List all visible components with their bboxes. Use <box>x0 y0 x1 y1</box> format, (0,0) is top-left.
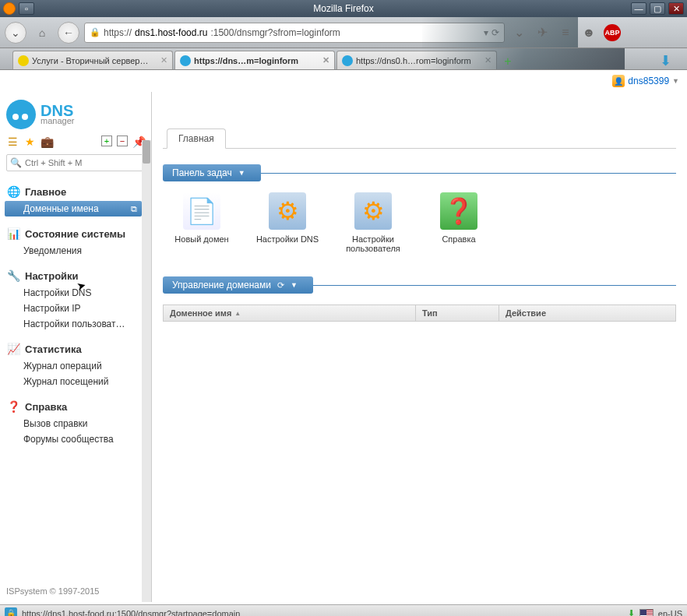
new-tab-button[interactable]: + <box>499 54 517 69</box>
sidebar-footer: ISPsystem © 1997-2015 <box>0 580 151 602</box>
app-topbar: 👤 dns85399 ▼ <box>0 70 687 92</box>
nav-item-2-0[interactable]: Настройки DNS <box>0 285 151 301</box>
col-type[interactable]: Тип <box>416 305 499 321</box>
sidebar-search[interactable]: 🔍 <box>6 154 145 171</box>
task-label: Новый домен <box>163 234 241 244</box>
tab-label: https://dns0.h…rom=loginform <box>356 56 471 65</box>
back-button[interactable]: ← <box>58 22 79 44</box>
pocket-icon[interactable]: ⌄ <box>509 23 528 42</box>
user-menu[interactable]: 👤 dns85399 ▼ <box>612 75 679 87</box>
window-stick-button[interactable]: ▫ <box>19 2 34 15</box>
plus-icon[interactable]: + <box>101 136 112 146</box>
flag-us-icon <box>639 609 654 617</box>
nav-head-0[interactable]: 🌐 Главное <box>0 182 151 201</box>
chevron-down-icon: ▼ <box>238 169 245 177</box>
sidebar-scrollbar[interactable] <box>142 140 151 602</box>
section-icon: 🔧 <box>6 269 20 283</box>
tab-2[interactable]: https://dns0.h…rom=loginform ✕ <box>336 51 497 69</box>
nav-head-3[interactable]: 📈 Статистика <box>0 340 151 358</box>
section-title: Главное <box>25 186 66 198</box>
section-icon: 📊 <box>6 227 20 241</box>
list-icon[interactable]: ☰ <box>6 136 19 148</box>
task-glyph-icon: ⚙ <box>354 192 392 230</box>
favicon-icon <box>18 55 29 66</box>
nav-item-1-0[interactable]: Уведомления <box>0 243 151 259</box>
close-icon[interactable]: ✕ <box>160 55 167 65</box>
nav-item-3-1[interactable]: Журнал посещений <box>0 374 151 389</box>
nav-item-2-1[interactable]: Настройки IP <box>0 301 151 316</box>
nav-head-1[interactable]: 📊 Состояние системы <box>0 224 151 243</box>
dropdown-icon[interactable]: ▾ <box>484 27 488 38</box>
window-close-button[interactable]: ✕ <box>668 2 684 15</box>
window-minimize-button[interactable]: — <box>631 2 646 15</box>
home-button[interactable]: ⌂ <box>31 22 53 44</box>
close-icon[interactable]: ✕ <box>322 55 329 65</box>
task-label: Настройки DNS <box>248 234 326 244</box>
send-icon[interactable]: ✈ <box>533 23 551 42</box>
search-icon: 🔍 <box>10 157 22 168</box>
status-bar: 🔒 https://dns1.host-food.ru:1500/dnsmgr?… <box>0 604 687 616</box>
reload-icon[interactable]: ⟳ <box>491 27 499 38</box>
abp-icon[interactable]: ABP <box>603 23 622 42</box>
task-icons-row: 📄 Новый домен⚙ Настройки DNS⚙ Настройки … <box>163 192 676 253</box>
menu-icon[interactable]: ≡ <box>556 23 575 42</box>
nav-item-label: Журнал посещений <box>23 376 108 387</box>
main-panel: Главная Панель задач ▼ 📄 Новый домен⚙ На… <box>152 92 687 602</box>
external-icon: ⧉ <box>131 204 137 214</box>
firefox-icon <box>3 2 16 15</box>
nav-item-4-0[interactable]: Вызов справки <box>0 416 151 431</box>
history-dropdown-button[interactable]: ⌄ <box>5 22 26 44</box>
user-icon: 👤 <box>612 75 625 87</box>
tab-1[interactable]: https://dns…m=loginform ✕ <box>174 51 335 69</box>
nav-item-0-0[interactable]: Доменные имена⧉ <box>5 201 142 216</box>
star-icon[interactable]: ★ <box>23 136 36 148</box>
tab-label: Услуги - Вторичный сервер… <box>32 56 148 65</box>
download-status-icon[interactable]: ⬇ <box>628 608 635 616</box>
url-bar[interactable]: 🔒 https://dns1.host-food.ru:1500/dnsmgr?… <box>84 23 505 43</box>
nav-item-label: Настройки IP <box>23 303 81 314</box>
download-indicator-icon[interactable]: ⬇ <box>660 52 671 69</box>
main-tab-home[interactable]: Главная <box>167 128 226 149</box>
task-icon-2[interactable]: ⚙ Настройки пользователя <box>334 192 412 253</box>
panel-domains-header: Управление доменами ⟳ ▼ <box>163 276 676 294</box>
nav-item-2-2[interactable]: Настройки пользоват… <box>0 316 151 332</box>
task-glyph-icon: ❓ <box>440 192 477 230</box>
task-label: Справка <box>420 234 498 244</box>
close-icon[interactable]: ✕ <box>484 55 491 65</box>
task-icon-3[interactable]: ❓ Справка <box>420 192 498 253</box>
nav-item-3-0[interactable]: Журнал операций <box>0 358 151 374</box>
nav-item-4-1[interactable]: Форумы сообщества <box>0 431 151 447</box>
nav-item-label: Журнал операций <box>23 361 102 371</box>
nav-item-label: Уведомления <box>23 245 82 256</box>
minus-icon[interactable]: − <box>117 136 128 146</box>
section-icon: 🌐 <box>6 185 20 199</box>
tab-0[interactable]: Услуги - Вторичный сервер… ✕ <box>12 51 173 69</box>
favicon-icon <box>180 55 191 66</box>
sidebar: DNS manager ☰ ★ 💼 + − 📌 🔍 <box>0 92 152 602</box>
logo-icon <box>6 100 36 129</box>
window-maximize-button[interactable]: ▢ <box>650 2 665 15</box>
briefcase-icon[interactable]: 💼 <box>41 136 53 148</box>
nav-head-2[interactable]: 🔧 Настройки <box>0 266 151 285</box>
domain-table-header: Доменное имя▲ Тип Действие <box>163 304 676 322</box>
section-icon: ❓ <box>6 400 20 414</box>
panel-domains-label[interactable]: Управление доменами ⟳ ▼ <box>163 276 313 294</box>
col-domain-name[interactable]: Доменное имя▲ <box>164 305 416 321</box>
search-input[interactable] <box>25 158 141 167</box>
logo-text-2: manager <box>41 118 74 125</box>
task-icon-1[interactable]: ⚙ Настройки DNS <box>248 192 326 253</box>
user-name: dns85399 <box>628 76 669 86</box>
status-lang: en-US <box>658 609 682 617</box>
task-glyph-icon: ⚙ <box>269 192 306 230</box>
col-action[interactable]: Действие <box>499 305 675 321</box>
section-icon: 📈 <box>6 342 20 356</box>
window-titlebar: ▫ Mozilla Firefox — ▢ ✕ <box>0 0 687 17</box>
nav-head-4[interactable]: ❓ Справка <box>0 397 151 416</box>
url-path: :1500/dnsmgr?sfrom=loginform <box>210 27 340 38</box>
panel-tasks-label[interactable]: Панель задач ▼ <box>163 164 261 181</box>
refresh-icon[interactable]: ⟳ <box>277 280 284 290</box>
smile-icon[interactable]: ☻ <box>580 23 598 42</box>
tab-label: https://dns…m=loginform <box>194 56 298 65</box>
app-logo: DNS manager <box>0 92 151 132</box>
task-icon-0[interactable]: 📄 Новый домен <box>163 192 241 253</box>
